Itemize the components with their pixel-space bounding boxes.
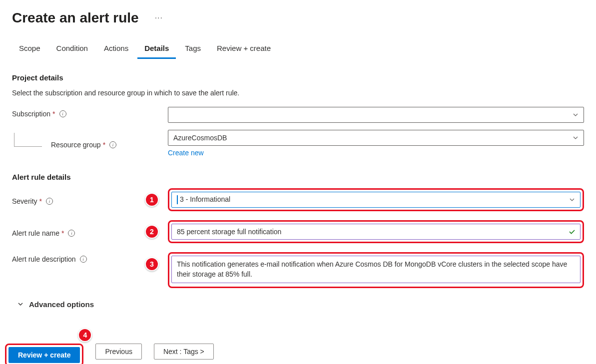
chevron-down-icon	[573, 135, 579, 141]
required-star-icon: *	[52, 110, 55, 118]
alert-rule-description-label-col: Alert rule description i	[12, 252, 136, 263]
subscription-dropdown[interactable]	[168, 107, 584, 123]
callout-badge-4: 4	[78, 328, 92, 342]
alert-rule-name-label-col: Alert rule name * i	[12, 226, 136, 237]
page-header: Create an alert rule ···	[0, 0, 596, 30]
tab-review-create[interactable]: Review + create	[210, 40, 278, 59]
alert-rule-description-row: Alert rule description i 3	[12, 252, 584, 288]
advanced-options-label: Advanced options	[29, 300, 94, 309]
subscription-label-col: Subscription * i	[12, 107, 168, 118]
alert-rule-details-title: Alert rule details	[12, 173, 584, 181]
tab-scope[interactable]: Scope	[12, 40, 47, 59]
severity-value: 3 - Informational	[177, 195, 230, 204]
severity-row: Severity * i 1 3 - Informational	[12, 188, 584, 211]
project-details-section: Project details Select the subscription …	[12, 73, 584, 157]
resource-group-dropdown[interactable]: AzureCosmosDB	[168, 130, 584, 146]
details-content: Project details Select the subscription …	[0, 59, 596, 335]
resource-group-row: Resource group * i AzureCosmosDB Create …	[12, 130, 584, 157]
subscription-label: Subscription	[12, 110, 50, 118]
required-star-icon: *	[103, 141, 105, 149]
footer-bar: 4 Review + create Previous Next : Tags >	[0, 335, 596, 364]
chevron-down-icon	[569, 197, 575, 203]
resource-group-value: AzureCosmosDB	[173, 134, 227, 142]
info-icon[interactable]: i	[59, 110, 66, 117]
callout-badge-2: 2	[145, 225, 159, 239]
tab-condition[interactable]: Condition	[49, 40, 95, 59]
severity-label-col: Severity * i	[12, 194, 136, 205]
subscription-row: Subscription * i	[12, 107, 584, 123]
tab-details[interactable]: Details	[137, 40, 176, 59]
alert-rule-name-label: Alert rule name	[12, 229, 59, 237]
advanced-options-toggle[interactable]: Advanced options	[12, 300, 584, 309]
required-star-icon: *	[61, 229, 64, 237]
callout-box-4: 4 Review + create	[5, 344, 83, 364]
check-icon	[569, 228, 576, 235]
alert-rule-description-textarea[interactable]	[171, 256, 581, 283]
project-details-title: Project details	[12, 73, 584, 82]
required-star-icon: *	[39, 197, 42, 205]
tab-tags[interactable]: Tags	[178, 40, 208, 59]
project-details-desc: Select the subscription and resource gro…	[12, 89, 584, 97]
next-tags-button[interactable]: Next : Tags >	[154, 344, 214, 360]
more-actions-ellipsis-icon[interactable]: ···	[153, 11, 165, 24]
tabs-bar: Scope Condition Actions Details Tags Rev…	[0, 30, 596, 59]
create-new-link[interactable]: Create new	[168, 149, 204, 157]
info-icon[interactable]: i	[80, 256, 87, 263]
tree-connector-icon	[14, 133, 42, 147]
info-icon[interactable]: i	[68, 230, 75, 237]
callout-badge-1: 1	[145, 193, 159, 207]
resource-group-label-col: Resource group * i	[51, 138, 116, 149]
alert-rule-name-input[interactable]	[171, 224, 581, 240]
severity-dropdown[interactable]: 3 - Informational	[171, 192, 581, 208]
alert-rule-name-row: Alert rule name * i 2	[12, 220, 584, 243]
previous-button[interactable]: Previous	[95, 344, 141, 360]
chevron-down-icon	[17, 301, 24, 308]
callout-box-1: 3 - Informational	[168, 188, 584, 211]
resource-group-label: Resource group	[51, 141, 101, 149]
info-icon[interactable]: i	[109, 141, 116, 148]
page-title: Create an alert rule	[12, 10, 139, 26]
chevron-down-icon	[573, 112, 579, 118]
alert-rule-details-section: Alert rule details Severity * i 1 3 - In…	[12, 173, 584, 309]
alert-rule-description-label: Alert rule description	[12, 255, 76, 263]
callout-box-2	[168, 220, 584, 243]
info-icon[interactable]: i	[46, 198, 53, 205]
severity-label: Severity	[12, 197, 37, 205]
tab-actions[interactable]: Actions	[97, 40, 135, 59]
callout-badge-3: 3	[145, 257, 159, 271]
callout-box-3	[168, 252, 584, 288]
review-create-button[interactable]: Review + create	[8, 347, 80, 363]
